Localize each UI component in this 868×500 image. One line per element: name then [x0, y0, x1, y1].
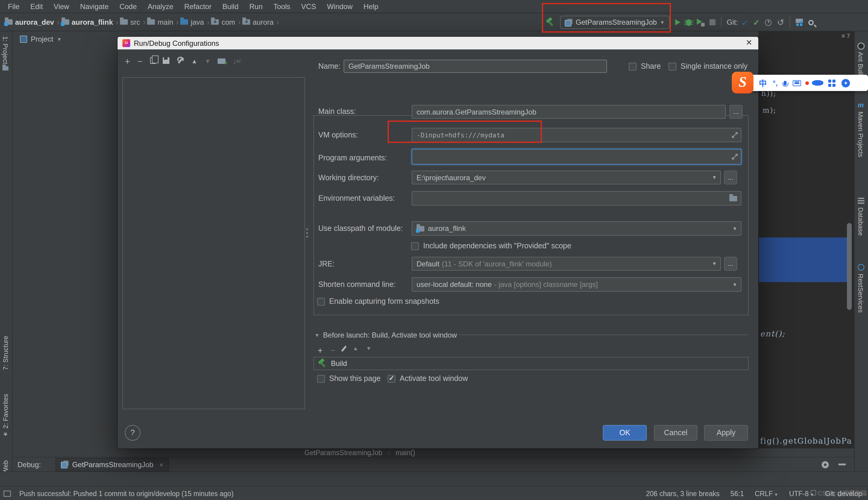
sidebar-item-favorites[interactable]: ★2: Favorites — [2, 380, 9, 438]
menu-item[interactable]: File — [2, 2, 25, 11]
expand-icon[interactable] — [732, 132, 738, 138]
chevron-down-icon[interactable]: ▼ — [732, 282, 737, 287]
add-task-button[interactable]: + — [318, 345, 322, 355]
ime-settings-icon[interactable]: ✦ — [842, 79, 850, 87]
menu-item[interactable]: Refactor — [179, 2, 217, 11]
classpath-module-select[interactable]: aurora_flink▼ — [412, 221, 741, 236]
before-launch-task[interactable]: Build — [313, 357, 749, 370]
search-icon[interactable] — [808, 20, 814, 25]
project-tree-header[interactable]: Project ▼ — [13, 31, 117, 47]
menu-item[interactable]: VCS — [296, 2, 321, 11]
toolwindow-toggle-icon[interactable] — [4, 490, 11, 496]
move-down-button[interactable]: ▼ — [205, 58, 211, 65]
remove-button[interactable]: − — [137, 56, 143, 66]
edit-task-button[interactable] — [343, 345, 345, 355]
move-task-up-button[interactable]: ▲ — [353, 345, 358, 355]
splitter-handle[interactable] — [306, 228, 309, 238]
breadcrumb-item[interactable]: aurora — [242, 18, 273, 26]
debug-button[interactable] — [686, 19, 691, 26]
run-button[interactable] — [675, 19, 680, 25]
shorten-command-line-select[interactable]: user-local default: none- java [options]… — [412, 277, 741, 292]
menu-item[interactable]: Edit — [25, 2, 48, 11]
save-button[interactable] — [162, 57, 169, 66]
cancel-button[interactable]: Cancel — [654, 425, 697, 441]
menu-item[interactable]: Run — [244, 2, 268, 11]
stop-button[interactable] — [709, 19, 715, 25]
copy-button[interactable] — [150, 57, 155, 66]
chevron-down-icon[interactable]: ▼ — [712, 261, 717, 266]
menu-item[interactable]: Build — [217, 2, 244, 11]
expand-icon[interactable] — [732, 154, 738, 160]
menu-item[interactable]: Help — [358, 2, 384, 11]
breadcrumb-class[interactable]: GetParamsStreamingJob — [305, 449, 382, 456]
tool-windows-icon[interactable] — [796, 19, 803, 26]
sidebar-item-structure[interactable]: 7: Structure — [2, 319, 9, 370]
share-checkbox[interactable]: Share — [629, 62, 661, 70]
close-icon[interactable]: × — [159, 461, 163, 468]
remove-task-button[interactable]: − — [330, 345, 335, 355]
breadcrumb-item[interactable]: main — [147, 18, 173, 26]
activate-tool-window-checkbox[interactable]: Activate tool window — [388, 374, 468, 383]
sidebar-item-rest-services[interactable]: RestServices — [857, 264, 864, 313]
apply-button[interactable]: Apply — [704, 425, 748, 441]
menu-item[interactable]: Analyze — [142, 2, 179, 11]
menu-item[interactable]: Tools — [268, 2, 296, 11]
history-clock-icon[interactable] — [765, 19, 772, 26]
new-folder-button[interactable] — [218, 57, 226, 66]
move-up-button[interactable]: ▲ — [191, 58, 197, 65]
editor-area[interactable]: h)); m); ent(); fig().getGlobalJobPa ≡ 7 — [758, 31, 854, 457]
sogou-ime-logo[interactable]: S — [732, 72, 753, 93]
ime-punctuation-icon[interactable]: °, — [773, 79, 778, 87]
jre-browse-button[interactable]: ... — [724, 257, 737, 271]
menu-item[interactable]: View — [48, 2, 75, 11]
debug-session-tab[interactable]: GetParamsStreamingJob × — [55, 458, 169, 471]
line-ending-select[interactable]: CRLF▼ — [755, 490, 778, 497]
breadcrumb-item[interactable]: java — [181, 18, 204, 26]
git-commit-icon[interactable]: ✓ — [753, 18, 760, 27]
inspections-widget[interactable]: ≡ 7 — [842, 33, 850, 39]
name-input[interactable]: GetParamsStreamingJob — [344, 60, 607, 73]
breadcrumb-item[interactable]: src — [120, 18, 140, 26]
edit-defaults-button[interactable] — [176, 56, 184, 66]
environment-variables-input[interactable] — [412, 191, 741, 206]
sidebar-item-ant-build[interactable]: Ant Build — [857, 43, 864, 78]
menu-item[interactable]: Navigate — [75, 2, 114, 11]
chevron-down-icon[interactable]: ▼ — [712, 175, 717, 180]
dialog-title-bar[interactable]: IJ Run/Debug Configurations ✕ — [117, 37, 758, 49]
menu-item[interactable]: Window — [322, 2, 358, 11]
chevron-down-icon[interactable]: ▼ — [732, 226, 737, 231]
working-directory-browse-button[interactable]: ... — [724, 171, 737, 184]
show-this-page-checkbox[interactable]: Show this page — [317, 374, 381, 383]
move-task-down-button[interactable]: ▼ — [366, 345, 372, 355]
menu-item[interactable]: Code — [114, 2, 142, 11]
main-class-browse-button[interactable]: ... — [729, 105, 743, 119]
ok-button[interactable]: OK — [603, 425, 647, 441]
working-directory-input[interactable]: E:\project\aurora_dev▼ — [412, 171, 721, 184]
help-button[interactable]: ? — [125, 425, 140, 441]
jre-select[interactable]: Default(11 - SDK of 'aurora_flink' modul… — [412, 257, 721, 271]
breadcrumb-item[interactable]: aurora_dev — [5, 18, 54, 26]
breadcrumb-item[interactable]: aurora_flink — [61, 18, 113, 26]
microphone-icon[interactable] — [784, 80, 787, 85]
caret-position[interactable]: 56:1 — [730, 490, 744, 497]
main-class-input[interactable]: com.aurora.GetParamsStreamingJob — [412, 105, 726, 119]
minimize-icon[interactable] — [838, 464, 846, 465]
ime-language-icon[interactable]: 中 — [759, 77, 767, 89]
sidebar-item-project[interactable]: 1: Project — [2, 36, 9, 71]
gear-icon[interactable] — [822, 461, 829, 468]
revert-icon[interactable]: ↺ — [777, 18, 784, 27]
keyboard-icon[interactable] — [793, 80, 801, 86]
run-with-coverage-button[interactable] — [697, 19, 704, 26]
folder-icon[interactable] — [729, 196, 737, 201]
apps-grid-icon[interactable] — [828, 79, 835, 87]
program-arguments-input[interactable] — [412, 149, 741, 164]
sidebar-item-maven-projects[interactable]: mMaven Projects — [857, 101, 864, 157]
capture-snapshots-checkbox[interactable]: Enable capturing form snapshots — [317, 297, 439, 306]
sort-configurations-button[interactable]: ↓ᵃᶻ — [233, 57, 240, 66]
before-launch-header[interactable]: ▼Before launch: Build, Activate tool win… — [315, 331, 457, 339]
sidebar-item-database[interactable]: Database — [857, 198, 864, 236]
breadcrumb-item[interactable]: com — [211, 18, 235, 26]
add-button[interactable]: + — [125, 56, 130, 66]
provided-scope-checkbox[interactable]: Include dependencies with "Provided" sco… — [411, 242, 571, 250]
git-update-icon[interactable]: ↓ — [741, 18, 751, 27]
